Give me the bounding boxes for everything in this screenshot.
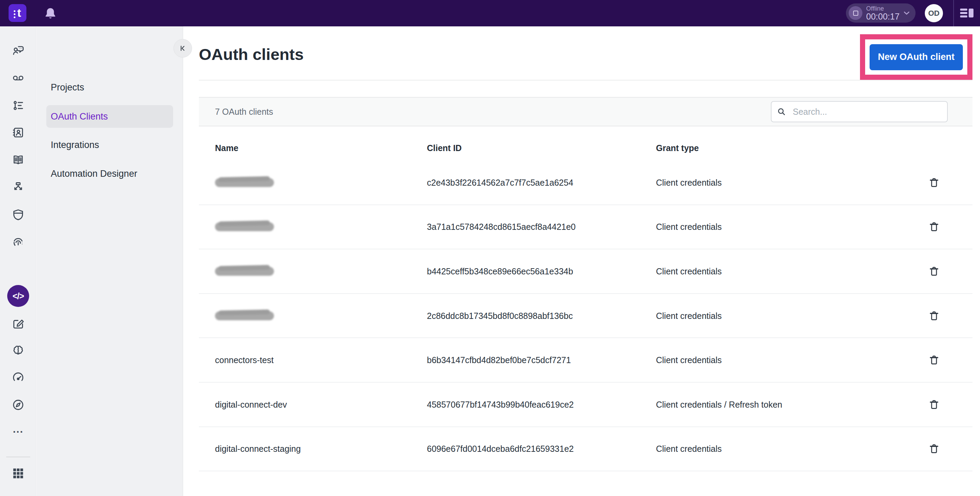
annotation-highlight-box: New OAuth client bbox=[860, 34, 972, 80]
client-id-cell: b6b34147cfbd4d82bef0be7c5dcf7271 bbox=[427, 355, 571, 365]
tray-logo-letter: t bbox=[17, 7, 21, 19]
grant-type-cell: Client credentials / Refresh token bbox=[656, 399, 782, 409]
table-row[interactable]: digital-connect-staging 6096e67fd0014dce… bbox=[199, 427, 972, 472]
table-row[interactable]: 3a71a1c5784248cd8615aecf8a4421e0 Client … bbox=[199, 205, 972, 250]
redacted-name bbox=[215, 222, 274, 231]
oauth-clients-count: 7 OAuth clients bbox=[215, 107, 273, 117]
grant-type-cell: Client credentials bbox=[656, 311, 722, 321]
notifications-bell-icon[interactable] bbox=[43, 6, 57, 21]
page-title: OAuth clients bbox=[199, 45, 304, 64]
client-id-cell: b4425ceff5b348ce89e66ec56a1e334b bbox=[427, 266, 573, 276]
user-avatar[interactable]: OD bbox=[925, 4, 943, 22]
shield-icon[interactable] bbox=[11, 208, 25, 222]
tray-logo-dots-icon bbox=[14, 10, 16, 18]
sidebar-collapse-button[interactable] bbox=[173, 39, 192, 57]
brain-icon[interactable] bbox=[11, 344, 25, 357]
more-ellipsis-icon[interactable]: ... bbox=[11, 422, 25, 436]
search-input[interactable] bbox=[771, 101, 948, 122]
agent-chat-icon[interactable] bbox=[11, 44, 25, 57]
side-panel-toggle-icon[interactable] bbox=[960, 9, 974, 17]
table-row[interactable]: 2c86ddc8b17345bd8f0c8898abf136bc Client … bbox=[199, 294, 972, 338]
delete-client-button[interactable] bbox=[926, 352, 942, 368]
client-id-cell: c2e43b3f22614562a7c7f7c5ae1a6254 bbox=[427, 177, 573, 187]
title-divider bbox=[199, 80, 972, 81]
client-name-cell: connectors-test bbox=[215, 355, 274, 365]
table-row[interactable]: digital-connect-dev 458570677bf14743b99b… bbox=[199, 383, 972, 427]
delete-client-button[interactable] bbox=[926, 263, 942, 279]
apps-grid-icon[interactable] bbox=[11, 466, 25, 480]
redacted-name bbox=[215, 178, 274, 187]
redacted-name bbox=[215, 267, 274, 276]
grant-type-cell: Client credentials bbox=[656, 222, 722, 232]
session-status-pill[interactable]: Offline 00:00:17 bbox=[846, 3, 916, 22]
tray-logo[interactable]: t bbox=[9, 4, 26, 22]
table-header-row: Name Client ID Grant type bbox=[199, 135, 972, 161]
knowledge-book-icon[interactable] bbox=[11, 153, 25, 167]
column-header-name: Name bbox=[215, 143, 238, 153]
column-header-client-id: Client ID bbox=[427, 143, 461, 153]
session-timer: 00:00:17 bbox=[866, 12, 899, 21]
voicemail-icon[interactable] bbox=[11, 71, 25, 85]
sidebar-item-automation-designer[interactable]: Automation Designer bbox=[51, 168, 137, 179]
workflow-list-icon[interactable] bbox=[11, 99, 25, 113]
grant-type-cell: Client credentials bbox=[656, 177, 722, 187]
code-builder-icon[interactable]: </> bbox=[7, 285, 29, 307]
redacted-name bbox=[215, 311, 274, 320]
fingerprint-icon[interactable] bbox=[11, 235, 25, 249]
topbar-divider bbox=[953, 0, 954, 26]
chevron-down-icon[interactable] bbox=[902, 9, 911, 17]
grant-type-cell: Client credentials bbox=[656, 444, 722, 454]
stop-session-icon[interactable] bbox=[849, 6, 862, 20]
grant-type-cell: Client credentials bbox=[656, 355, 722, 365]
column-header-grant-type: Grant type bbox=[656, 143, 699, 153]
oauth-clients-table: c2e43b3f22614562a7c7f7c5ae1a6254 Client … bbox=[199, 161, 972, 471]
rail-divider bbox=[6, 456, 30, 457]
compass-icon[interactable] bbox=[11, 398, 25, 412]
sidebar-item-oauth-clients[interactable]: OAuth Clients bbox=[51, 111, 108, 122]
new-oauth-client-button[interactable]: New OAuth client bbox=[870, 44, 963, 70]
icon-rail: </> bbox=[0, 26, 37, 496]
compose-icon[interactable] bbox=[11, 317, 25, 331]
table-toolbar: 7 OAuth clients bbox=[199, 97, 972, 127]
delete-client-button[interactable] bbox=[926, 397, 942, 412]
builder-sidebar bbox=[37, 26, 183, 496]
sidebar-item-projects[interactable]: Projects bbox=[51, 82, 84, 93]
gauge-icon[interactable] bbox=[11, 371, 25, 384]
client-id-cell: 458570677bf14743b99b40feac619ce2 bbox=[427, 399, 574, 409]
contacts-icon[interactable] bbox=[11, 126, 25, 139]
topbar: t Offline 00:00:17 OD bbox=[0, 0, 980, 26]
sidebar-item-integrations[interactable]: Integrations bbox=[51, 140, 99, 151]
delete-client-button[interactable] bbox=[926, 308, 942, 324]
delete-client-button[interactable] bbox=[926, 175, 942, 190]
client-name-cell: digital-connect-staging bbox=[215, 444, 301, 454]
client-id-cell: 2c86ddc8b17345bd8f0c8898abf136bc bbox=[427, 311, 573, 321]
client-id-cell: 6096e67fd0014dceba6dfc21659331e2 bbox=[427, 444, 574, 454]
session-status-label: Offline bbox=[866, 5, 899, 12]
delete-client-button[interactable] bbox=[926, 219, 942, 235]
client-name-cell: digital-connect-dev bbox=[215, 399, 287, 409]
delete-client-button[interactable] bbox=[926, 441, 942, 456]
client-id-cell: 3a71a1c5784248cd8615aecf8a4421e0 bbox=[427, 222, 576, 232]
table-row[interactable]: b4425ceff5b348ce89e66ec56a1e334b Client … bbox=[199, 249, 972, 294]
app-window: t Offline 00:00:17 OD bbox=[0, 0, 980, 496]
grant-type-cell: Client credentials bbox=[656, 266, 722, 276]
table-row[interactable]: connectors-test b6b34147cfbd4d82bef0be7c… bbox=[199, 338, 972, 383]
branch-router-icon[interactable] bbox=[11, 181, 25, 194]
table-row[interactable]: c2e43b3f22614562a7c7f7c5ae1a6254 Client … bbox=[199, 161, 972, 205]
